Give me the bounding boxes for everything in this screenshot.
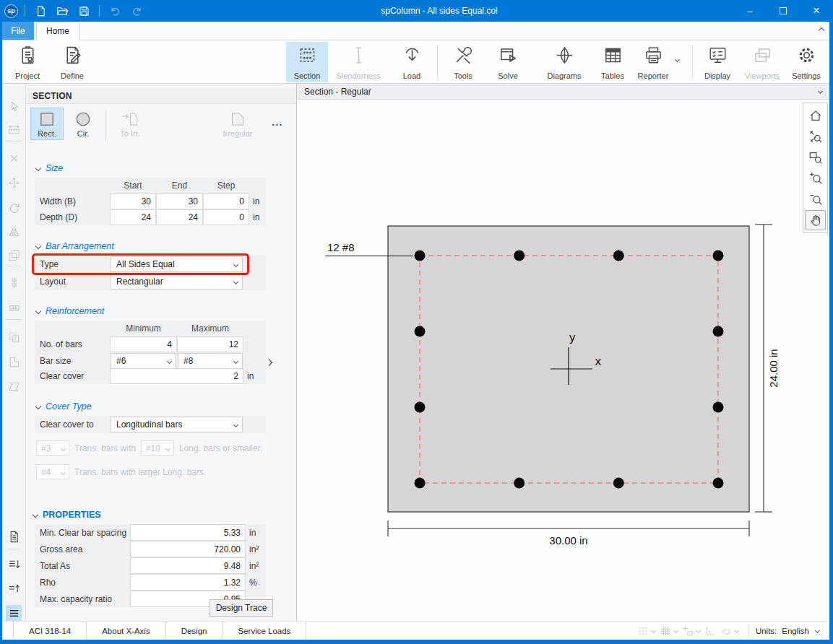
cover-type-group-header[interactable]: Cover Type — [26, 401, 296, 412]
ribbon-project-label: Project — [15, 71, 40, 80]
depth-start-input[interactable]: 24 — [110, 209, 156, 225]
width-start-input[interactable]: 30 — [110, 193, 156, 209]
reporter-dropdown-icon[interactable] — [675, 57, 680, 62]
ribbon-section-button[interactable]: Section — [286, 42, 328, 82]
bar-callout-label: 12 #8 — [327, 241, 355, 253]
bar-arrangement-group-header[interactable]: Bar Arrangement — [26, 241, 296, 251]
section-icon — [297, 45, 318, 66]
ribbon-tab-row: File Home — [2, 22, 829, 40]
close-button[interactable]: × — [800, 0, 833, 22]
tab-home[interactable]: Home — [36, 22, 79, 40]
rotate-icon — [6, 199, 22, 215]
menu-hamburger-icon[interactable] — [6, 605, 22, 621]
ribbon-display-button[interactable]: Display — [696, 42, 739, 82]
skew-icon — [6, 378, 22, 394]
units-selector[interactable]: Units: English — [756, 622, 829, 640]
view-header[interactable]: Section - Regular — [297, 84, 829, 100]
list-up-icon[interactable] — [6, 580, 22, 596]
redo-button[interactable] — [128, 2, 145, 19]
zoom-extents-button[interactable] — [805, 126, 826, 147]
status-design-code[interactable]: ACI 318-14 — [13, 622, 87, 640]
bar-size-max-dropdown[interactable]: #8 — [178, 353, 243, 369]
chevron-down-icon — [61, 446, 66, 451]
clear-cover-input[interactable]: 2 — [110, 368, 243, 384]
layout-dropdown[interactable]: Rectangular — [111, 274, 243, 290]
ribbon-define-button[interactable]: Define — [51, 42, 94, 82]
bar-size-min-dropdown[interactable]: #6 — [111, 353, 176, 369]
size-table: Start End Step Width (B) 30 30 0 in Dept… — [35, 178, 266, 225]
app-logo[interactable]: sp — [4, 4, 18, 18]
bar-size-expand-button[interactable] — [261, 354, 280, 370]
ribbon-project-button[interactable]: Project — [6, 42, 49, 82]
width-end-input[interactable]: 30 — [156, 193, 203, 209]
type-dropdown[interactable]: All Sides Equal — [111, 256, 243, 272]
depth-step-input[interactable]: 0 — [203, 209, 249, 225]
open-file-button[interactable] — [53, 2, 71, 19]
list-down-icon[interactable] — [6, 556, 22, 572]
ribbon-tools-button[interactable]: Tools — [441, 42, 485, 82]
reinforcement-group-header[interactable]: Reinforcement — [26, 306, 296, 316]
new-file-button[interactable] — [32, 2, 49, 19]
layout-cell: Rectangular — [110, 273, 243, 290]
reinf-col-minimum: Minimum — [110, 321, 177, 336]
ribbon-tables-label: Tables — [601, 71, 624, 80]
units-label: Units: — [756, 627, 777, 635]
minimize-button[interactable]: – — [733, 0, 767, 22]
ribbon-settings-button[interactable]: Settings — [785, 42, 828, 82]
ribbon-solve-button[interactable]: Solve — [486, 42, 530, 82]
undo-button[interactable] — [106, 2, 124, 19]
ribbon-load-button[interactable]: Load — [390, 42, 433, 82]
width-dimension-label: 30.00 in — [549, 534, 587, 547]
chevron-down-icon — [734, 628, 739, 633]
view-dropdown-icon[interactable] — [818, 89, 823, 94]
rect-shape-button[interactable]: Rect. — [31, 108, 63, 139]
document-icon — [6, 528, 22, 544]
clear-cover-to-dropdown[interactable]: Longitudinal bars — [111, 417, 243, 432]
chevron-down-icon — [165, 446, 171, 451]
status-load-type[interactable]: Service Loads — [223, 622, 306, 640]
width-row-label: Width (B) — [35, 193, 110, 209]
irregular-shape-button: Irregular — [212, 108, 263, 139]
pan-button[interactable] — [805, 210, 826, 230]
design-trace-button[interactable]: Design Trace — [210, 599, 273, 617]
status-run-option[interactable]: Design — [166, 622, 223, 640]
tab-file[interactable]: File — [2, 22, 34, 40]
close-icon: × — [813, 5, 819, 17]
irregular-icon — [228, 110, 247, 129]
drawing-canvas[interactable]: 12 #8 y x — [297, 100, 829, 621]
save-button[interactable] — [75, 2, 92, 19]
properties-group-header[interactable]: PROPERTIES — [26, 510, 296, 520]
more-options-button[interactable]: ... — [272, 116, 283, 128]
maximize-button[interactable] — [767, 0, 800, 22]
load-icon — [402, 45, 423, 66]
property-value: 9.48 — [130, 557, 246, 574]
tables-icon — [603, 45, 623, 66]
bars-min-input[interactable]: 4 — [110, 336, 177, 352]
status-run-axis[interactable]: About X-Axis — [87, 622, 165, 640]
grid-lines-button — [660, 622, 678, 640]
collapse-reinforcement-icon — [35, 308, 41, 314]
zoom-window-button[interactable] — [805, 147, 826, 167]
size-col-end: End — [156, 178, 203, 193]
size-group-header[interactable]: Size — [26, 163, 296, 173]
zoom-in-button[interactable] — [805, 168, 826, 188]
collapse-ribbon-icon[interactable] — [819, 27, 824, 33]
depth-end-input[interactable]: 24 — [156, 209, 203, 225]
rebar — [514, 478, 525, 489]
zoom-in-icon — [808, 171, 823, 186]
chevron-down-icon — [696, 628, 701, 633]
width-step-input[interactable]: 0 — [203, 193, 249, 209]
delete-icon — [6, 150, 22, 166]
app-logo-text: sp — [7, 7, 15, 14]
bars-max-input[interactable]: 12 — [177, 336, 243, 352]
zoom-out-button[interactable] — [805, 189, 826, 209]
zoom-home-button[interactable] — [805, 105, 826, 126]
ribbon-reporter-label: Reporter — [638, 71, 669, 80]
ribbon-diagrams-button[interactable]: Diagrams — [540, 42, 588, 82]
ribbon-separator — [437, 45, 438, 79]
chevron-down-icon — [233, 279, 238, 284]
ribbon-reporter-button[interactable]: Reporter — [631, 42, 675, 82]
ribbon-tables-button[interactable]: Tables — [591, 42, 634, 82]
circle-shape-button[interactable]: Cir. — [67, 108, 99, 139]
collapse-cover-type-icon — [35, 404, 41, 409]
